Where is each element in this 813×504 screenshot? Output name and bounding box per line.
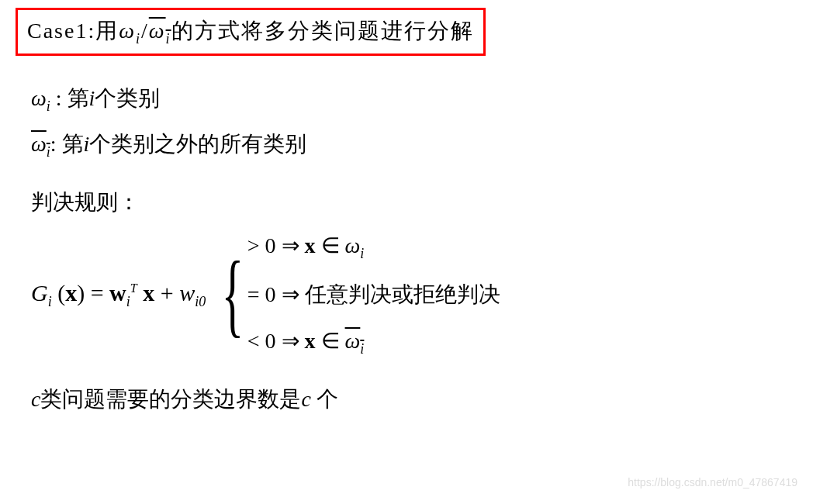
rparen: ) — [77, 280, 91, 306]
w-sub-i: i — [126, 294, 130, 309]
slash: / — [141, 19, 149, 43]
c3-x: x — [299, 329, 321, 353]
rule-label: 判决规则： — [31, 188, 797, 217]
w-vector: w — [109, 280, 126, 306]
formula-block: Gi (x) = wiT x + wi0 { > 0 ⇒ x ∈ ωi = 0 … — [31, 233, 797, 357]
w-sub-i0: i0 — [195, 294, 206, 309]
def1-text: 个类别 — [95, 86, 160, 110]
lparen: ( — [52, 280, 66, 306]
left-brace: { — [222, 253, 244, 337]
c3-omega: ω — [345, 329, 361, 353]
c1-x: x — [299, 233, 321, 257]
w-sup-T: T — [130, 281, 137, 295]
arrow-1: ⇒ — [282, 233, 299, 257]
c1-sub: i — [360, 245, 364, 261]
title-highlight-box: Case1:用ωi/ωi的方式将多分类问题进行分解 — [16, 8, 486, 56]
omega-symbol: ω — [119, 19, 136, 43]
arrow-3: ⇒ — [282, 329, 299, 353]
x-vector-2: x — [143, 280, 154, 306]
definition-omega-i: ωi : 第i个类别 — [31, 79, 797, 119]
subscript-i: i — [136, 31, 141, 47]
c3-sub: i — [360, 341, 364, 357]
title-text: Case1:用ωi/ωi的方式将多分类问题进行分解 — [27, 19, 474, 43]
case-negative: < 0 ⇒ x ∈ ωi — [247, 328, 500, 357]
title-suffix: 的方式将多分类问题进行分解 — [171, 19, 474, 43]
c3-in: ∈ — [321, 329, 345, 353]
omega-def1: ω — [31, 86, 47, 110]
c1-in: ∈ — [321, 233, 345, 257]
equals: = — [91, 280, 109, 306]
footer-c1: c — [31, 387, 40, 411]
title-prefix: Case1:用 — [27, 19, 119, 43]
x-vector: x — [65, 280, 77, 306]
c3-op: < 0 — [247, 329, 282, 353]
subscript-i-2: i — [166, 31, 171, 47]
def2-text: 个类别之外的所有类别 — [89, 132, 306, 156]
omega-bar: ωi — [149, 19, 171, 43]
w-scalar: w — [179, 280, 195, 306]
cases-list: > 0 ⇒ x ∈ ωi = 0 ⇒ 任意判决或拒绝判决 < 0 ⇒ x ∈ ω… — [247, 233, 500, 357]
omega-bar-def2: ωi — [31, 132, 50, 156]
def1-colon: : 第 — [50, 86, 89, 110]
def2-colon: : 第 — [50, 132, 84, 156]
case-positive: > 0 ⇒ x ∈ ωi — [247, 233, 500, 262]
watermark-text: https://blog.csdn.net/m0_47867419 — [628, 476, 797, 488]
definitions-block: ωi : 第i个类别 ωi: 第i个类别之外的所有类别 — [31, 79, 797, 164]
footer-c2: c — [301, 387, 310, 411]
arrow-2: ⇒ — [282, 282, 299, 306]
footer-text2: 个 — [311, 387, 338, 411]
c3-omega-bar: ωi — [345, 329, 365, 353]
G-symbol: G — [31, 280, 48, 306]
omega-def2: ω — [31, 132, 47, 156]
footer-statement: c类问题需要的分类边界数是c 个 — [31, 385, 797, 414]
footer-text1: 类问题需要的分类边界数是 — [40, 387, 301, 411]
c2-text: 任意判决或拒绝判决 — [299, 282, 500, 306]
formula-left-side: Gi (x) = wiT x + wi0 — [31, 280, 206, 310]
plus: + — [154, 280, 179, 306]
omega-symbol-2: ω — [149, 19, 166, 43]
c2-op: = 0 — [247, 282, 282, 306]
case-zero: = 0 ⇒ 任意判决或拒绝判决 — [247, 280, 500, 309]
c1-omega: ω — [345, 233, 361, 257]
cases-wrapper: { > 0 ⇒ x ∈ ωi = 0 ⇒ 任意判决或拒绝判决 < 0 ⇒ x ∈… — [210, 233, 500, 357]
c1-op: > 0 — [247, 233, 282, 257]
definition-omega-bar-i: ωi: 第i个类别之外的所有类别 — [31, 125, 797, 164]
